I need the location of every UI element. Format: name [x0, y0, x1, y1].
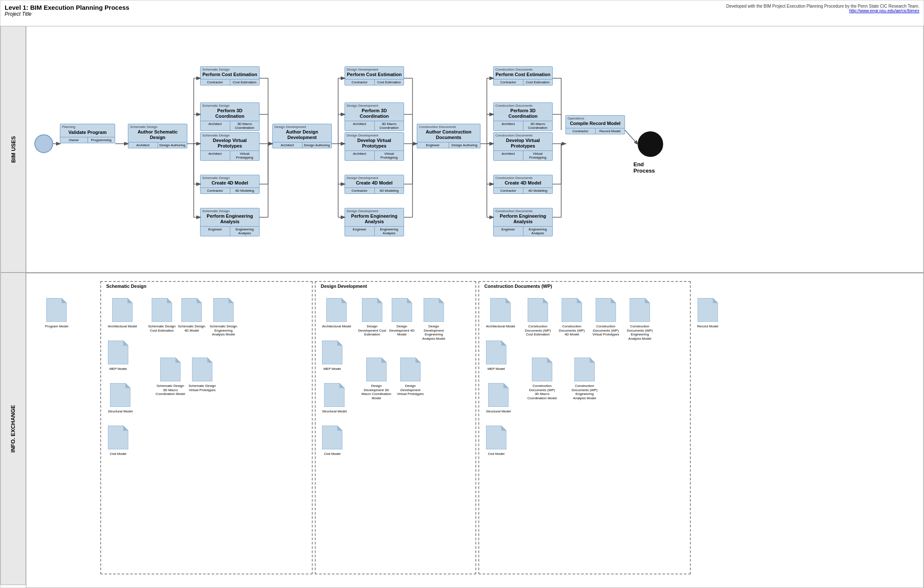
doc-dd-eng: Design Development Engineering Analysis … — [419, 298, 449, 341]
virtual-proto-dd-box: Design Development Develop Virtual Proto… — [345, 132, 404, 161]
svg-marker-68 — [197, 298, 202, 303]
header: Level 1: BIM Execution Planning Process … — [5, 4, 919, 17]
virtual-proto-sd-title: Develop Virtual Prototypes — [201, 137, 259, 150]
coord-3d-cd-role-2: 3D Macro Coordination — [523, 121, 553, 131]
doc-struct-model-sd: Structural Model — [108, 383, 133, 414]
doc-sd-4d: Schematic Design 4D Model — [177, 298, 206, 332]
virtual-proto-cd-roles: Architect Virtual Prototyping — [494, 151, 552, 160]
cost-est-sd-title: Perform Cost Estimation — [201, 71, 259, 78]
coord-3d-cd-role-1: Architect — [494, 121, 523, 131]
create-4d-cd-title: Create 4D Model — [494, 180, 552, 187]
validate-phase: Planning — [60, 124, 115, 129]
doc-civil-model-cd: Civil Model — [486, 426, 506, 456]
eng-analysis-cd-title: Perform Engineering Analysis — [494, 213, 552, 225]
compile-record-box: Operations Compile Record Model Contract… — [565, 115, 625, 134]
svg-marker-62 — [125, 383, 130, 388]
doc-sd-3d-macro: Schematic Design 3D Macro Coordination M… — [155, 358, 185, 396]
virtual-proto-sd-phase: Schematic Design — [201, 133, 259, 137]
virtual-proto-dd-role-2: Virtual Prototyping — [375, 151, 404, 160]
coord-3d-dd-phase: Design Development — [345, 103, 404, 108]
eng-analysis-sd-roles: Engineer Engineering Analysis — [201, 226, 259, 236]
doc-program-model: Program Model — [45, 298, 68, 329]
credit-link[interactable]: http://www.engr.psu.edu/ae/cic/bimex — [849, 9, 919, 13]
cost-est-cd-box: Construction Documents Perform Cost Esti… — [493, 66, 553, 85]
coord-3d-cd-title: Perform 3D Coordination — [494, 108, 552, 120]
svg-marker-90 — [381, 358, 387, 363]
create-4d-sd-box: Schematic Design Create 4D Model Contrac… — [200, 175, 260, 194]
coord-3d-sd-title: Perform 3D Coordination — [201, 108, 259, 120]
virtual-proto-dd-role-1: Architect — [345, 151, 375, 160]
cost-est-cd-role-1: Contractor — [494, 80, 523, 85]
virtual-proto-cd-box: Construction Documents Develop Virtual P… — [493, 132, 553, 161]
page: Level 1: BIM Execution Planning Process … — [0, 0, 924, 588]
compile-record-role-1: Contractor — [566, 128, 596, 134]
create-4d-sd-roles: Contractor 4D Modeling — [201, 187, 259, 193]
author-sd-phase: Schematic Design — [128, 124, 187, 129]
svg-marker-86 — [407, 298, 412, 303]
eng-analysis-dd-box: Design Development Perform Engineering A… — [345, 208, 404, 236]
eng-analysis-dd-role-2: Engineering Analysis — [375, 227, 404, 236]
virtual-proto-dd-title: Develop Virtual Prototypes — [345, 137, 404, 150]
doc-struct-model-cd: Structural Model — [486, 383, 511, 414]
author-dd-phase: Design Development — [273, 124, 331, 129]
author-dd-roles: Architect Design Authoring — [273, 142, 331, 148]
doc-arch-model-cd: Architectural Model — [486, 298, 515, 329]
create-4d-sd-role-2: 4D Modeling — [230, 188, 260, 193]
coord-3d-sd-phase: Schematic Design — [201, 103, 259, 108]
start-circle — [34, 134, 53, 153]
compile-record-role-2: Record Model — [596, 128, 625, 134]
svg-marker-74 — [207, 358, 212, 363]
author-cd-phase: Construction Documents — [417, 124, 480, 129]
author-cd-role-1: Engineer — [417, 142, 449, 148]
eng-analysis-cd-phase: Construction Documents — [494, 208, 552, 213]
virtual-proto-sd-role-1: Architect — [201, 151, 230, 160]
eng-analysis-cd-role-1: Engineer — [494, 227, 523, 236]
doc-sd-virtual: Schematic Design Virtual Prototypes — [187, 358, 217, 392]
create-4d-dd-roles: Contractor 4D Modeling — [345, 187, 404, 193]
svg-marker-80 — [339, 383, 345, 388]
create-4d-cd-box: Construction Documents Create 4D Model C… — [493, 175, 553, 194]
virtual-proto-cd-role-1: Architect — [494, 151, 523, 160]
coord-3d-cd-box: Construction Documents Perform 3D Coordi… — [493, 102, 553, 131]
eng-analysis-sd-role-2: Engineering Analysis — [230, 227, 260, 236]
doc-cd-cost-est: Construction Documents (WP) Cost Estimat… — [523, 298, 553, 337]
author-sd-title: Author Schematic Design — [128, 129, 187, 141]
create-4d-sd-title: Create 4D Model — [201, 180, 259, 187]
eng-analysis-dd-phase: Design Development — [345, 208, 404, 213]
bim-uses-section — [26, 26, 924, 273]
validate-title: Validate Program — [60, 129, 115, 136]
create-4d-dd-role-1: Contractor — [345, 188, 375, 193]
svg-marker-58 — [127, 298, 133, 303]
author-dd-role-1: Architect — [273, 142, 302, 148]
author-sd-roles: Architect Design Authoring — [128, 142, 187, 148]
virtual-proto-sd-box: Schematic Design Develop Virtual Prototy… — [200, 132, 260, 161]
virtual-proto-cd-phase: Construction Documents — [494, 133, 552, 137]
eng-analysis-cd-role-2: Engineering Analysis — [523, 227, 553, 236]
author-cd-box: Construction Documents Author Constructi… — [417, 124, 480, 148]
virtual-proto-cd-role-2: Virtual Prototyping — [523, 151, 553, 160]
compile-record-phase: Operations — [566, 116, 624, 120]
cost-est-sd-box: Schematic Design Perform Cost Estimation… — [200, 66, 260, 85]
author-schematic-box: Schematic Design Author Schematic Design… — [128, 124, 187, 148]
doc-mep-model-cd: MEP Model — [486, 341, 506, 371]
header-left: Level 1: BIM Execution Planning Process … — [5, 4, 129, 17]
create-4d-dd-box: Design Development Create 4D Model Contr… — [345, 175, 404, 194]
end-circle — [638, 131, 663, 157]
bim-uses-label: BIM USES — [0, 26, 26, 273]
virtual-proto-sd-roles: Architect Virtual Prototyping — [201, 151, 259, 160]
doc-mep-model-sd: MEP Model — [108, 341, 128, 371]
eng-analysis-sd-title: Perform Engineering Analysis — [201, 213, 259, 225]
cost-est-sd-role-2: Cost Estimation — [230, 80, 260, 85]
svg-marker-72 — [175, 358, 181, 363]
eng-analysis-sd-box: Schematic Design Perform Engineering Ana… — [200, 208, 260, 236]
doc-dd-4d: Design Development 4D Model — [387, 298, 417, 337]
create-4d-sd-phase: Schematic Design — [201, 175, 259, 180]
coord-3d-dd-roles: Architect 3D Macro Coordination — [345, 121, 404, 131]
doc-dd-cost-est: Design Development Cost Estimation — [357, 298, 387, 337]
author-dd-role-2: Design Authoring — [302, 142, 332, 148]
validate-program-box: Planning Validate Program Owner Programm… — [60, 124, 115, 143]
eng-analysis-cd-roles: Engineer Engineering Analysis — [494, 226, 552, 236]
doc-sd-eng: Schematic Design Engineering Analysis Mo… — [209, 298, 238, 337]
author-cd-title: Author Construction Documents — [417, 129, 480, 141]
cost-est-dd-title: Perform Cost Estimation — [345, 71, 404, 78]
